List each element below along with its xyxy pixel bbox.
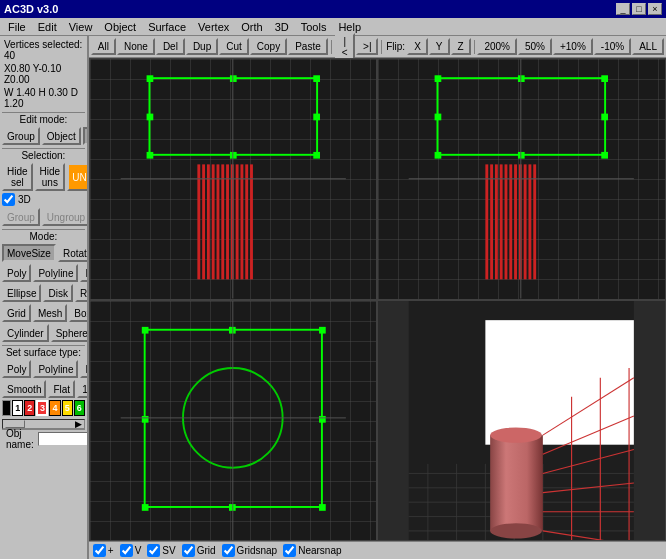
rect-button[interactable]: Rect xyxy=(75,284,89,302)
surface-buttons-2: Smooth Flat 1S 2S xyxy=(2,380,85,398)
color-black[interactable] xyxy=(2,400,11,416)
unhide-button[interactable]: UNHIDE xyxy=(67,163,89,191)
check-plus[interactable]: + xyxy=(93,544,114,557)
none-button[interactable]: None xyxy=(117,38,155,55)
object-mode-button[interactable]: Object xyxy=(42,127,81,145)
viewport-top-right[interactable] xyxy=(377,58,666,300)
svg-rect-13 xyxy=(216,164,219,279)
menu-vertex[interactable]: Vertex xyxy=(192,20,235,34)
minimize-button[interactable]: _ xyxy=(616,3,630,15)
all-button[interactable]: All xyxy=(91,38,116,55)
flip-y-button[interactable]: Y xyxy=(429,38,450,55)
all2-button[interactable]: ALL xyxy=(632,38,664,55)
copy-button[interactable]: Copy xyxy=(250,38,287,55)
viewport-top-left[interactable] xyxy=(89,58,378,300)
group-mode-button[interactable]: Group xyxy=(2,127,40,145)
viewport-svg-bl xyxy=(90,301,377,541)
check-v[interactable]: V xyxy=(120,544,142,557)
check-sv[interactable]: SV xyxy=(147,544,175,557)
menu-help[interactable]: Help xyxy=(332,20,367,34)
ungroup-button[interactable]: Ungroup xyxy=(42,208,89,226)
cut-button[interactable]: Cut xyxy=(219,38,249,55)
dup-button[interactable]: Dup xyxy=(186,38,218,55)
color-5[interactable]: 5 xyxy=(62,400,73,416)
svg-rect-14 xyxy=(221,164,224,279)
menu-orth[interactable]: Orth xyxy=(235,20,268,34)
surface-line-button[interactable]: Line xyxy=(80,360,88,378)
mesh-button[interactable]: Mesh xyxy=(33,304,67,322)
checkbox-plus[interactable] xyxy=(93,544,106,557)
svg-rect-33 xyxy=(491,164,494,279)
svg-rect-10 xyxy=(202,164,205,279)
svg-rect-5 xyxy=(313,114,320,121)
menu-surface[interactable]: Surface xyxy=(142,20,192,34)
color-6[interactable]: 6 xyxy=(74,400,85,416)
disk-button[interactable]: Disk xyxy=(43,284,72,302)
svg-rect-17 xyxy=(236,164,239,279)
sphere-button[interactable]: Sphere xyxy=(51,324,89,342)
selection-label: Selection: xyxy=(2,148,85,161)
zoom-50-button[interactable]: 50% xyxy=(518,38,552,55)
menu-file[interactable]: File xyxy=(2,20,32,34)
viewport-bottom-left[interactable] xyxy=(89,300,378,542)
svg-rect-34 xyxy=(495,164,498,279)
check-grid[interactable]: Grid xyxy=(182,544,216,557)
poly-button[interactable]: Poly xyxy=(2,264,31,282)
zoom-plus10-button[interactable]: +10% xyxy=(553,38,593,55)
menu-edit[interactable]: Edit xyxy=(32,20,63,34)
menu-3d[interactable]: 3D xyxy=(269,20,295,34)
del-button[interactable]: Del xyxy=(156,38,185,55)
zoom-minus10-button[interactable]: -10% xyxy=(594,38,631,55)
flip-z-button[interactable]: Z xyxy=(451,38,471,55)
group-button[interactable]: Group xyxy=(2,208,40,226)
maximize-button[interactable]: □ xyxy=(632,3,646,15)
cylinder-button[interactable]: Cylinder xyxy=(2,324,49,342)
nav-next-button[interactable]: >| xyxy=(356,38,378,55)
surface-polyline-button[interactable]: Polyline xyxy=(33,360,78,378)
smooth-button[interactable]: Smooth xyxy=(2,380,46,398)
line-button[interactable]: Line xyxy=(80,264,88,282)
checkbox-grid[interactable] xyxy=(182,544,195,557)
svg-rect-53 xyxy=(319,504,326,511)
paste-button[interactable]: Paste xyxy=(288,38,328,55)
checkbox-sv[interactable] xyxy=(147,544,160,557)
check-nearsnap[interactable]: Nearsnap xyxy=(283,544,341,557)
menu-object[interactable]: Object xyxy=(98,20,142,34)
shape-buttons-1: Poly Polyline Line xyxy=(2,264,85,282)
menu-view[interactable]: View xyxy=(63,20,99,34)
viewport-3d[interactable] xyxy=(377,300,666,542)
svg-rect-41 xyxy=(529,164,532,279)
scroll-arrow-right[interactable]: ▶ xyxy=(75,419,84,429)
zoom-200-button[interactable]: 200% xyxy=(477,38,517,55)
color-3[interactable]: 3 xyxy=(36,400,48,416)
movesize-button[interactable]: MoveSize xyxy=(2,244,56,262)
color-2[interactable]: 2 xyxy=(24,400,35,416)
checkbox-gridsnap[interactable] xyxy=(222,544,235,557)
checkbox-nearsnap[interactable] xyxy=(283,544,296,557)
color-1[interactable]: 1 xyxy=(12,400,23,416)
nav-prev-button[interactable]: |< xyxy=(335,33,356,61)
hide-uns-button[interactable]: Hide uns xyxy=(35,163,66,191)
flip-label: Flip: xyxy=(386,41,405,52)
menu-tools[interactable]: Tools xyxy=(295,20,333,34)
polyline-button[interactable]: Polyline xyxy=(33,264,78,282)
checkbox-v[interactable] xyxy=(120,544,133,557)
flip-x-button[interactable]: X xyxy=(407,38,428,55)
toolbar: All None Del Dup Cut Copy Paste |< >| Fl… xyxy=(89,36,666,58)
flat-button[interactable]: Flat xyxy=(48,380,75,398)
box-button[interactable]: Box xyxy=(69,304,88,322)
close-button[interactable]: × xyxy=(648,3,662,15)
grid-button[interactable]: Grid xyxy=(2,304,31,322)
obj-name-input[interactable] xyxy=(38,432,89,446)
color-4[interactable]: 4 xyxy=(49,400,60,416)
1s-button[interactable]: 1S xyxy=(77,380,89,398)
ellipse-button[interactable]: Ellipse xyxy=(2,284,41,302)
svg-rect-11 xyxy=(207,164,210,279)
svg-point-72 xyxy=(491,427,543,442)
hide-sel-button[interactable]: Hide sel xyxy=(2,163,33,191)
svg-rect-38 xyxy=(515,164,518,279)
surface-poly-button[interactable]: Poly xyxy=(2,360,31,378)
rotate-button[interactable]: Rotate xyxy=(58,244,89,262)
checkbox-3d[interactable] xyxy=(2,193,15,206)
check-gridsnap[interactable]: Gridsnap xyxy=(222,544,278,557)
